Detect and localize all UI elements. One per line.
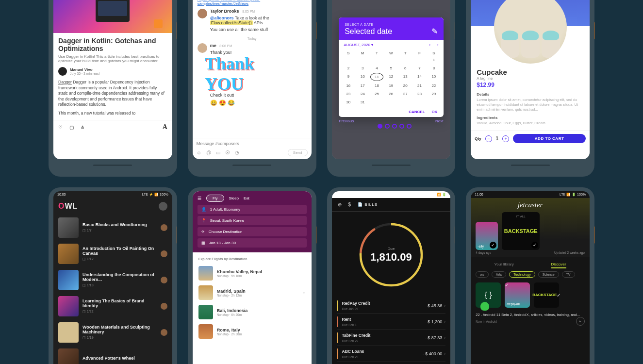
dates-field[interactable]: ▦Jan 13 - Jan 30: [198, 238, 307, 248]
category-chip[interactable]: ws: [476, 271, 489, 278]
course-list[interactable]: Basic Blocks and Woodturning◫ 1/7 An Int…: [53, 215, 172, 364]
bill-row[interactable]: RedPay CreditDue Jan 29- $ 45.36›: [337, 298, 446, 314]
overview-icon[interactable]: ⊕: [338, 202, 342, 207]
person-icon: 👤: [201, 207, 206, 212]
details-text: Lorem ipsum dolor sit amet, consectetur …: [477, 98, 584, 112]
course-item[interactable]: Advanced Potter's Wheel: [53, 346, 172, 364]
sender-name: Taylor Brooks: [210, 9, 239, 14]
product-name: Cupcake: [477, 68, 584, 76]
month-label[interactable]: AUGUST, 2020 ▾: [344, 43, 373, 47]
phone-jetsnack: Cupcake A tag line $12.99 Details Lorem …: [466, 0, 594, 177]
tab-sleep[interactable]: Sleep: [229, 196, 239, 200]
destination-item[interactable]: Bali, IndonesiaNonstop · 6h 20m: [198, 302, 306, 322]
next-month-icon[interactable]: ›: [437, 43, 439, 47]
phone-jetnews: ‹ › Dagger in Kotlin: Gotchas and Optimi…: [49, 0, 177, 177]
origin-field[interactable]: 📍Seoul, South Korea: [198, 216, 307, 225]
due-label: Due: [370, 247, 412, 251]
location-icon[interactable]: ⦿: [225, 150, 230, 155]
ok-button[interactable]: OK: [432, 110, 438, 114]
qty-increment[interactable]: +: [502, 135, 509, 142]
author-name: Manuel Vivo: [70, 67, 99, 72]
share-icon[interactable]: ⋔: [81, 125, 84, 130]
category-chip[interactable]: Science: [538, 271, 559, 278]
podcast-tile[interactable]: { }: [476, 282, 501, 308]
send-button[interactable]: Send: [288, 149, 308, 156]
details-heading: Details: [477, 92, 584, 97]
accounts-icon[interactable]: $: [348, 202, 351, 207]
article-subtitle: Use Dagger in Kotlin! This article inclu…: [58, 54, 167, 63]
people-field[interactable]: 👤1 Adult, Economy: [198, 205, 307, 214]
destination-item[interactable]: Madrid, SpainNonstop · 2h 12m○: [198, 283, 306, 302]
bill-row[interactable]: TabFine CreditDue Feb 22- $ 87.33›: [337, 330, 446, 346]
message-input[interactable]: [197, 141, 308, 146]
pin-icon: 📍: [201, 218, 206, 223]
emoji-icon[interactable]: ☺: [197, 150, 201, 155]
tab-fly[interactable]: Fly: [206, 195, 224, 202]
thank-you-sticker: ThankYOU: [210, 57, 249, 91]
owl-logo: OWL: [58, 202, 78, 211]
tab-bills[interactable]: 📄 BILLS: [358, 202, 378, 207]
mention-icon[interactable]: @: [206, 150, 211, 155]
bills-ring: Due 1,810.09: [332, 212, 451, 298]
edit-icon[interactable]: ✎: [431, 27, 438, 36]
destination-item[interactable]: Khumbu Valley, NepalNonstop · 5h 16m: [198, 264, 306, 283]
destination-item[interactable]: Rome, ItalyNonstop · 2h 38m: [198, 322, 306, 341]
app-title: jetcaster: [476, 201, 585, 209]
category-chip[interactable]: Technology: [509, 271, 535, 278]
podcast-tile[interactable]: BACKSTAGE✓: [534, 282, 559, 308]
avatar-taylor: [198, 9, 207, 18]
due-amount: 1,810.09: [370, 251, 412, 264]
phone-datepicker: SELECT A DATE Selected date ✎ AUGUST, 20…: [327, 0, 456, 177]
destination-field[interactable]: ✈Choose Destination: [198, 227, 307, 236]
image-icon[interactable]: ▭: [216, 150, 220, 155]
phone-owl: 10:00LTE ⚡ 📶 100% OWL Basic Blocks and W…: [49, 187, 177, 364]
date-divider: Today: [198, 37, 307, 40]
play-icon[interactable]: ▸: [576, 317, 585, 326]
product-price: $12.99: [477, 82, 584, 88]
featured-podcast[interactable]: IT' ALL BACKSTAGE ✓: [502, 212, 540, 250]
course-item[interactable]: An Introduction To Oil Painting On Canva…: [53, 241, 172, 267]
product-tagline: A tag line: [477, 76, 584, 81]
course-item[interactable]: Basic Blocks and Woodturning◫ 1/7: [53, 215, 172, 241]
previous-button[interactable]: Previous: [339, 119, 354, 129]
tab-discover[interactable]: Discover: [551, 262, 566, 268]
course-item[interactable]: Learning The Basics of Brand Identity◫ 1…: [53, 293, 172, 319]
episode-row[interactable]: 22 - Android 11 Beta 2, AndroidX, articl…: [471, 313, 590, 326]
favorite-icon[interactable]: ♡: [58, 125, 63, 130]
category-chip[interactable]: TV: [562, 271, 575, 278]
phone-jetchat: loading (it's faked but the same idea ap…: [188, 0, 316, 177]
avatar-me: [198, 43, 207, 53]
article-title: Dagger in Kotlin: Gotchas and Optimizati…: [58, 37, 167, 52]
tab-library[interactable]: Your library: [495, 262, 514, 268]
qty-label: Qty: [475, 136, 481, 141]
tab-eat[interactable]: Eat: [244, 196, 249, 200]
podcast-tile[interactable]: /reply-all✓: [505, 282, 530, 308]
qty-decrement[interactable]: −: [485, 135, 492, 142]
menu-icon[interactable]: ≡: [198, 194, 201, 202]
category-chip[interactable]: Arts: [492, 271, 506, 278]
course-item[interactable]: Understanding the Composition of Modern.…: [53, 267, 172, 293]
ingredients-heading: Ingredients: [477, 116, 584, 120]
calendar-grid[interactable]: SMTWTFS 1 2345678 9101112131415 16171819…: [339, 50, 443, 107]
link[interactable]: https://github.com/android/compose-sampl…: [198, 0, 307, 6]
bill-row[interactable]: RentDue Feb 1- $ 1,200›: [337, 314, 446, 330]
next-button[interactable]: Next: [435, 119, 443, 129]
qty-value: 1: [496, 136, 499, 141]
profile-avatar[interactable]: [159, 202, 167, 211]
datepicker-dialog: SELECT A DATE Selected date ✎ AUGUST, 20…: [339, 17, 443, 117]
phone-crane: ≡ Fly Sleep Eat 👤1 Adult, Economy 📍Seoul…: [188, 187, 316, 364]
cancel-button[interactable]: CANCEL: [409, 110, 425, 114]
bookmark-icon[interactable]: ▢: [69, 125, 74, 130]
article-continuation: This month, a new tutorial was released …: [58, 111, 167, 116]
podcast-card[interactable]: -ally✓: [476, 222, 498, 250]
author-date: July 30 · 3 min read: [70, 72, 99, 75]
article-paragraph: Dagger Dagger is a popular Dependency In…: [58, 80, 167, 107]
text-style-icon[interactable]: A: [163, 123, 167, 131]
emoji-reactions[interactable]: 😀 😍 😂: [210, 99, 307, 106]
add-to-cart-button[interactable]: ADD TO CART: [513, 134, 586, 143]
selected-date-heading: Selected date: [345, 27, 392, 36]
prev-month-icon[interactable]: ‹: [429, 43, 430, 47]
bill-row[interactable]: ABC LoansDue Feb 29- $ 400.00›: [337, 346, 446, 362]
course-item[interactable]: Wooden Materials and Sculpting Machinery…: [53, 319, 172, 346]
chat-icon[interactable]: ◔: [235, 150, 239, 155]
